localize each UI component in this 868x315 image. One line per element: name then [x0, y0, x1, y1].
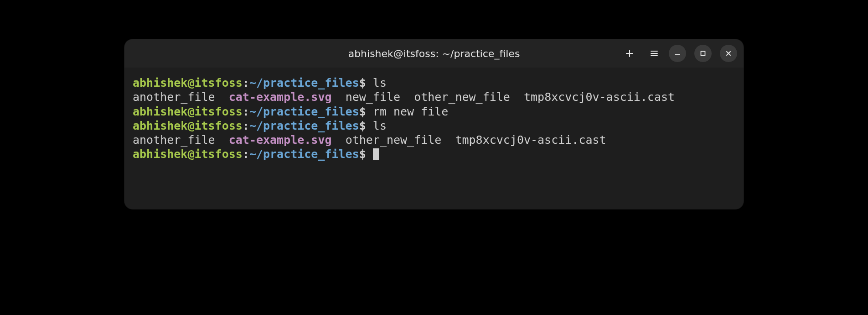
- terminal-line: abhishek@itsfoss:~/practice_files$ ls: [133, 76, 735, 90]
- prompt-symbol: $: [359, 147, 366, 161]
- minimize-icon: [674, 50, 681, 57]
- svg-rect-0: [701, 52, 705, 56]
- cursor-block: [373, 148, 379, 160]
- file-entry: other_new_file: [346, 133, 442, 147]
- terminal-line: another_file cat-example.svg other_new_f…: [133, 133, 735, 147]
- terminal-line: abhishek@itsfoss:~/practice_files$: [133, 147, 735, 161]
- prompt-user-host: abhishek@itsfoss: [133, 105, 243, 118]
- terminal-window: abhishek@itsfoss: ~/practice_files: [124, 39, 744, 209]
- hamburger-icon: [650, 49, 659, 58]
- terminal-output[interactable]: abhishek@itsfoss:~/practice_files$ lsano…: [124, 68, 744, 209]
- file-entry: another_file: [133, 133, 215, 147]
- prompt-path: ~/practice_files: [249, 105, 359, 118]
- file-entry: cat-example.svg: [229, 133, 332, 147]
- file-entry: tmp8xcvcj0v-ascii.cast: [455, 133, 606, 147]
- maximize-button[interactable]: [694, 45, 712, 62]
- prompt-path: ~/practice_files: [249, 76, 359, 89]
- titlebar-controls: [620, 43, 737, 63]
- command-text: ls: [373, 119, 387, 132]
- file-entry: another_file: [133, 90, 215, 104]
- terminal-line: another_file cat-example.svg new_file ot…: [133, 90, 735, 104]
- titlebar: abhishek@itsfoss: ~/practice_files: [124, 39, 744, 68]
- close-button[interactable]: [720, 45, 737, 62]
- prompt-user-host: abhishek@itsfoss: [133, 76, 243, 89]
- file-entry: new_file: [346, 90, 400, 104]
- new-tab-button[interactable]: [620, 43, 640, 63]
- file-entry: cat-example.svg: [229, 90, 332, 104]
- close-icon: [725, 50, 732, 57]
- command-text: ls: [373, 76, 387, 89]
- file-entry: other_new_file: [414, 90, 510, 104]
- minimize-button[interactable]: [669, 45, 686, 62]
- file-entry: tmp8xcvcj0v-ascii.cast: [524, 90, 675, 104]
- terminal-line: abhishek@itsfoss:~/practice_files$ ls: [133, 119, 735, 133]
- plus-icon: [625, 49, 634, 58]
- prompt-path: ~/practice_files: [249, 119, 359, 132]
- menu-button[interactable]: [644, 43, 664, 63]
- prompt-path: ~/practice_files: [249, 147, 359, 161]
- prompt-user-host: abhishek@itsfoss: [133, 119, 243, 132]
- maximize-icon: [699, 50, 707, 57]
- prompt-symbol: $: [359, 105, 366, 118]
- terminal-line: abhishek@itsfoss:~/practice_files$ rm ne…: [133, 105, 735, 119]
- prompt-symbol: $: [359, 119, 366, 132]
- prompt-user-host: abhishek@itsfoss: [133, 147, 243, 161]
- prompt-symbol: $: [359, 76, 366, 89]
- command-text: rm new_file: [373, 105, 449, 118]
